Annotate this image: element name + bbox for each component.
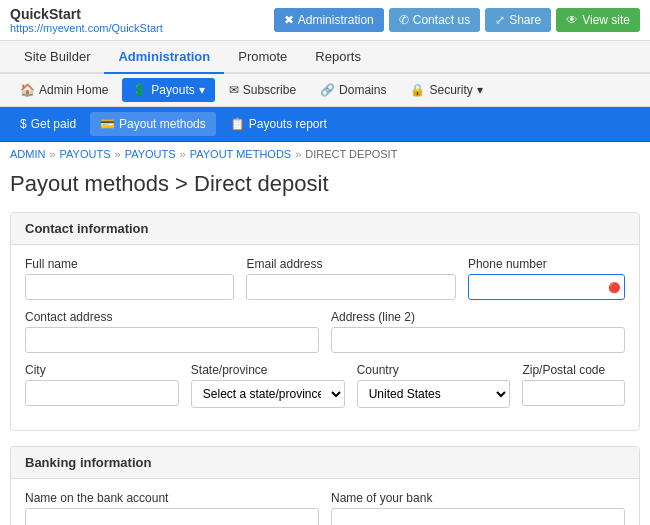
city-group: City xyxy=(25,363,179,408)
city-label: City xyxy=(25,363,179,377)
phone-input[interactable] xyxy=(468,274,625,300)
page-title: Payout methods > Direct deposit xyxy=(0,166,650,207)
nav-promote[interactable]: Promote xyxy=(224,41,301,74)
address-group: Contact address xyxy=(25,310,319,353)
bank-name-label: Name of your bank xyxy=(331,491,625,505)
address2-input[interactable] xyxy=(331,327,625,353)
address-input[interactable] xyxy=(25,327,319,353)
nav-reports[interactable]: Reports xyxy=(301,41,375,74)
contact-info-header: Contact information xyxy=(11,213,639,245)
bank-name-group: Name of your bank xyxy=(331,491,625,525)
sub-nav1-security[interactable]: 🔒 Security ▾ xyxy=(400,78,492,102)
address-label: Contact address xyxy=(25,310,319,324)
top-bar: QuickStart https://myevent.com/QuickStar… xyxy=(0,0,650,41)
banking-row-1: Name on the bank account Name of your ba… xyxy=(25,491,625,525)
full-name-input[interactable] xyxy=(25,274,234,300)
email-group: Email address xyxy=(246,257,455,300)
bank-account-name-input[interactable] xyxy=(25,508,319,525)
sub-nav2-get-paid[interactable]: $ Get paid xyxy=(10,112,86,136)
bank-account-name-label: Name on the bank account xyxy=(25,491,319,505)
sub-nav2-payout-methods[interactable]: 💳 Payout methods xyxy=(90,112,216,136)
contact-row-3: City State/province Select a state/provi… xyxy=(25,363,625,408)
breadcrumb-payouts1[interactable]: PAYOUTS xyxy=(60,148,111,160)
phone-input-wrapper: 🔴 xyxy=(468,274,625,300)
state-label: State/province xyxy=(191,363,345,377)
email-input[interactable] xyxy=(246,274,455,300)
main-nav: Site Builder Administration Promote Repo… xyxy=(0,41,650,74)
phone-icon[interactable]: 🔴 xyxy=(608,282,620,293)
zip-group: Zip/Postal code xyxy=(522,363,625,408)
sub-nav1-admin-home[interactable]: 🏠 Admin Home xyxy=(10,78,118,102)
full-name-label: Full name xyxy=(25,257,234,271)
administration-button[interactable]: ✖ Administration xyxy=(274,8,384,32)
bank-name-input[interactable] xyxy=(331,508,625,525)
breadcrumb-admin[interactable]: ADMIN xyxy=(10,148,45,160)
address2-label: Address (line 2) xyxy=(331,310,625,324)
brand-url: https://myevent.com/QuickStart xyxy=(10,22,163,34)
breadcrumb-payouts2[interactable]: PAYOUTS xyxy=(125,148,176,160)
phone-group: Phone number 🔴 xyxy=(468,257,625,300)
full-name-group: Full name xyxy=(25,257,234,300)
contact-row-1: Full name Email address Phone number 🔴 xyxy=(25,257,625,300)
content: Contact information Full name Email addr… xyxy=(0,207,650,525)
nav-administration[interactable]: Administration xyxy=(104,41,224,74)
address2-group: Address (line 2) xyxy=(331,310,625,353)
sub-nav1-payouts[interactable]: 💲 Payouts ▾ xyxy=(122,78,214,102)
sub-nav1: 🏠 Admin Home 💲 Payouts ▾ ✉ Subscribe 🔗 D… xyxy=(0,74,650,107)
bank-account-name-group: Name on the bank account xyxy=(25,491,319,525)
banking-info-body: Name on the bank account Name of your ba… xyxy=(11,479,639,525)
city-input[interactable] xyxy=(25,380,179,406)
brand-name: QuickStart xyxy=(10,6,163,22)
sub-nav2-payouts-report[interactable]: 📋 Payouts report xyxy=(220,112,337,136)
zip-label: Zip/Postal code xyxy=(522,363,625,377)
sub-nav1-subscribe[interactable]: ✉ Subscribe xyxy=(219,78,306,102)
phone-label: Phone number xyxy=(468,257,625,271)
share-button[interactable]: ⤢ Share xyxy=(485,8,551,32)
contact-info-card: Contact information Full name Email addr… xyxy=(10,212,640,431)
email-label: Email address xyxy=(246,257,455,271)
top-actions: ✖ Administration ✆ Contact us ⤢ Share 👁 … xyxy=(274,8,640,32)
sub-nav2: $ Get paid 💳 Payout methods 📋 Payouts re… xyxy=(0,107,650,142)
state-group: State/province Select a state/province xyxy=(191,363,345,408)
nav-site-builder[interactable]: Site Builder xyxy=(10,41,104,74)
breadcrumb-current: DIRECT DEPOSIT xyxy=(305,148,397,160)
contact-row-2: Contact address Address (line 2) xyxy=(25,310,625,353)
contact-info-body: Full name Email address Phone number 🔴 xyxy=(11,245,639,430)
breadcrumb-payout-methods[interactable]: PAYOUT METHODS xyxy=(190,148,291,160)
state-select[interactable]: Select a state/province xyxy=(191,380,345,408)
country-select[interactable]: United States xyxy=(357,380,511,408)
breadcrumb: ADMIN » PAYOUTS » PAYOUTS » PAYOUT METHO… xyxy=(0,142,650,166)
view-site-button[interactable]: 👁 View site xyxy=(556,8,640,32)
country-group: Country United States xyxy=(357,363,511,408)
country-label: Country xyxy=(357,363,511,377)
zip-input[interactable] xyxy=(522,380,625,406)
banking-info-card: Banking information Name on the bank acc… xyxy=(10,446,640,525)
sub-nav1-domains[interactable]: 🔗 Domains xyxy=(310,78,396,102)
contact-us-button[interactable]: ✆ Contact us xyxy=(389,8,480,32)
banking-info-header: Banking information xyxy=(11,447,639,479)
